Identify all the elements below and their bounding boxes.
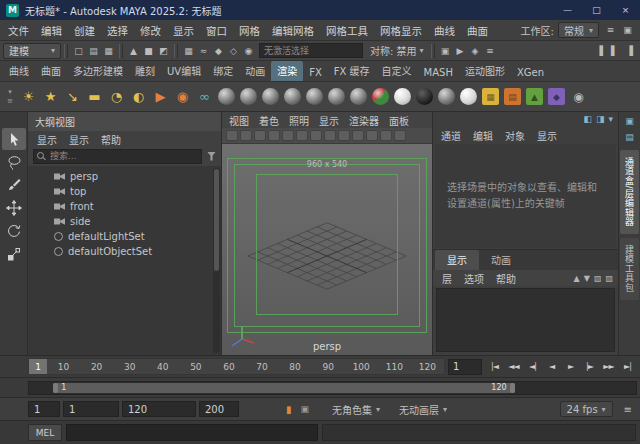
resolution-gate-icon[interactable]	[338, 130, 350, 141]
rotate-tool[interactable]	[2, 220, 26, 242]
outliner-item[interactable]: side	[28, 214, 221, 229]
paint-select-tool[interactable]	[2, 174, 26, 196]
toggle-channel-box-icon[interactable]: ▐	[622, 43, 637, 59]
step-back-frame-button[interactable]: ◄|	[523, 359, 542, 375]
sidebar-tab[interactable]: 通道盒/层编辑器	[620, 150, 639, 234]
menu-item[interactable]: 修改	[134, 21, 167, 40]
ambient-light-icon[interactable]: ◐	[128, 86, 149, 108]
sidebar-tab[interactable]: 建模工具包	[620, 238, 639, 300]
select-camera-icon[interactable]	[226, 130, 238, 141]
snap-to-grid-icon[interactable]: ▦	[181, 43, 196, 59]
scrollbar-thumb[interactable]	[214, 169, 219, 271]
shelf-tab[interactable]: XGen	[511, 65, 550, 81]
menu-item[interactable]: 网格显示	[374, 21, 428, 40]
menu-item[interactable]: 编辑	[35, 21, 68, 40]
channel-box-menu-item[interactable]: 编辑	[467, 128, 499, 143]
timeline-track[interactable]: 1102030405060708090100110120	[28, 358, 445, 375]
render-settings-icon[interactable]: ≡	[483, 43, 498, 59]
select-component-icon[interactable]: ◩	[156, 43, 171, 59]
animation-start-field[interactable]: 1	[28, 401, 60, 417]
timeline-tick[interactable]: 90	[312, 362, 345, 372]
outliner-item[interactable]: defaultLightSet	[28, 229, 221, 244]
current-frame-field[interactable]: 1	[448, 359, 482, 375]
sidebar-gear-icon[interactable]: ▣	[622, 115, 637, 128]
timeline-tick[interactable]: 40	[146, 362, 179, 372]
gate-mask-icon[interactable]	[352, 130, 364, 141]
timeline-tick[interactable]: 10	[47, 362, 80, 372]
timeline-tick[interactable]: 80	[279, 362, 312, 372]
channel-fast-manip-icon[interactable]: ◨	[596, 115, 605, 124]
mel-command-input[interactable]	[66, 424, 318, 441]
channelbox-menu-icon[interactable]: ▾	[608, 115, 613, 124]
selection-field[interactable]	[259, 43, 363, 58]
minimize-button[interactable]: —	[553, 0, 582, 20]
outliner-menu-item[interactable]: 显示	[31, 132, 63, 147]
fps-select[interactable]: 24 fps ▾	[560, 401, 613, 417]
shelf-tab[interactable]: MASH	[418, 65, 459, 81]
phong-material-icon[interactable]	[284, 88, 301, 105]
select-object-icon[interactable]: ■	[141, 43, 156, 59]
layer-list[interactable]	[436, 288, 615, 352]
play-forwards-button[interactable]: ►	[561, 359, 580, 375]
layer-editor-tab[interactable]: 动画	[479, 250, 523, 270]
save-scene-icon[interactable]: ▦	[101, 43, 116, 59]
step-forward-key-button[interactable]: ►►	[599, 359, 618, 375]
layer-editor-tab[interactable]: 显示	[435, 250, 479, 270]
menu-item[interactable]: 网格工具	[320, 21, 374, 40]
timeline-bookmark-icon[interactable]: ▮	[286, 404, 292, 415]
shelf-tab[interactable]: 自定义	[376, 61, 418, 81]
scale-tool[interactable]	[2, 243, 26, 265]
timeline-tick[interactable]: 70	[245, 362, 278, 372]
ipr-render-shelf-icon[interactable]: ◉	[172, 86, 193, 108]
timeline-tick[interactable]: 60	[212, 362, 245, 372]
channel-slow-manip-icon[interactable]: ◧	[583, 115, 592, 124]
ramp-shader-icon[interactable]	[372, 88, 389, 105]
area-light-icon[interactable]: ▬	[84, 86, 105, 108]
timeline-tick[interactable]: 50	[179, 362, 212, 372]
timeline-tick[interactable]: 100	[345, 362, 378, 372]
volume-light-icon[interactable]: ◔	[106, 86, 127, 108]
symmetry-select[interactable]: 对称: 禁用 ▾	[366, 43, 428, 58]
file-texture-icon[interactable]: ▤	[504, 88, 521, 105]
wireframe-icon[interactable]	[380, 130, 392, 141]
viewport-menu-item[interactable]: 视图	[224, 113, 254, 128]
render-view-icon[interactable]: ▣	[438, 43, 453, 59]
anim-layer-select[interactable]: 无动画层 ▾	[399, 402, 447, 417]
lasso-select-tool[interactable]	[2, 151, 26, 173]
new-scene-icon[interactable]: □	[71, 43, 86, 59]
snap-to-plane-icon[interactable]: ◇	[226, 43, 241, 59]
play-backwards-button[interactable]: ◄	[542, 359, 561, 375]
shelf-tab[interactable]: 多边形建模	[67, 61, 129, 81]
filter-icon[interactable]	[207, 152, 216, 161]
menu-item[interactable]: 曲线	[428, 21, 461, 40]
outliner-item[interactable]: persp	[28, 169, 221, 184]
render-camera-icon[interactable]: ◉	[568, 86, 589, 108]
timeline-tick[interactable]: 20	[80, 362, 113, 372]
env-ball-icon[interactable]	[460, 88, 477, 105]
new-empty-layer-icon[interactable]: ▧	[594, 274, 602, 283]
layered-shader-icon[interactable]	[328, 88, 345, 105]
channel-box-menu-item[interactable]: 对象	[499, 128, 531, 143]
ramp-texture-icon[interactable]: ▲	[526, 88, 543, 105]
viewport-canvas[interactable]: 960 x 540 persp	[222, 144, 432, 355]
noise-texture-icon[interactable]: ◆	[548, 88, 565, 105]
menu-item[interactable]: 创建	[68, 21, 101, 40]
viewport-menu-item[interactable]: 渲染器	[344, 113, 384, 128]
move-layer-up-icon[interactable]: ▲	[574, 274, 580, 283]
workspace-options-icon[interactable]: ≡	[603, 22, 618, 38]
layer-menu-item[interactable]: 选项	[458, 271, 490, 286]
menu-item[interactable]: 窗口	[200, 21, 233, 40]
directional-light-icon[interactable]: ↘	[62, 86, 83, 108]
go-to-start-button[interactable]: |◄	[485, 359, 504, 375]
render-view-shelf-icon[interactable]: ▶	[150, 86, 171, 108]
surface-shader-icon[interactable]	[394, 88, 411, 105]
safe-action-icon[interactable]	[366, 130, 378, 141]
timeline-tick[interactable]: 1	[29, 359, 47, 374]
select-tool[interactable]	[2, 128, 26, 150]
range-slider-track[interactable]: 1 120	[28, 381, 637, 395]
menu-set-select[interactable]: 建模 ▾	[3, 43, 61, 59]
outliner-scrollbar[interactable]	[213, 168, 220, 353]
channel-box-menu-item[interactable]: 显示	[531, 128, 563, 143]
close-button[interactable]: ×	[611, 0, 640, 20]
go-to-end-button[interactable]: ►|	[618, 359, 637, 375]
